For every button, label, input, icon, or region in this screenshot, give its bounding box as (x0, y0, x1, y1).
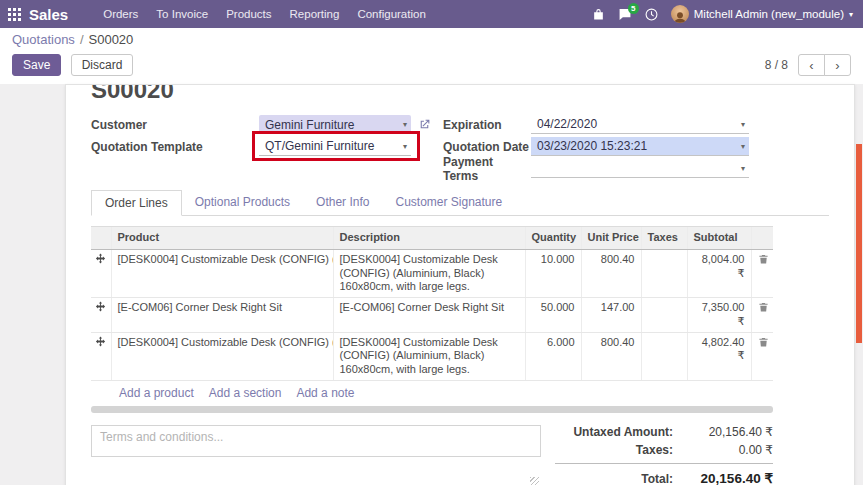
main-menu: Orders To Invoice Products Reporting Con… (94, 0, 435, 28)
pager-count: 8 / 8 (765, 58, 788, 72)
subtotal-cell: 8,004.00 ₹ (687, 249, 751, 297)
terms-input[interactable] (91, 425, 541, 457)
quotation-template-field[interactable]: QT/Gemini Furniture ▾ (259, 137, 411, 156)
user-menu[interactable]: Mitchell Admin (new_module) ▾ (671, 5, 853, 23)
quantity-cell[interactable]: 10.000 (525, 249, 581, 297)
tab-optional-products[interactable]: Optional Products (182, 190, 303, 215)
table-row[interactable]: [E-COM06] Corner Desk Right Sit [E-COM06… (91, 298, 773, 333)
table-row[interactable]: [DESK0004] Customizable Desk (CONFIG) (A… (91, 249, 773, 297)
pager-next-button[interactable]: › (824, 54, 851, 76)
breadcrumb-quotations[interactable]: Quotations (12, 32, 75, 47)
unit-price-cell[interactable]: 147.00 (581, 298, 641, 333)
taxes-column-header[interactable]: Taxes (641, 227, 687, 250)
quotation-date-value: 03/23/2020 15:23:21 (537, 139, 647, 153)
messages-icon[interactable]: 5 (618, 8, 632, 21)
totals-divider (555, 463, 773, 464)
add-product-link[interactable]: Add a product (119, 386, 194, 400)
chevron-down-icon: ▾ (741, 120, 745, 129)
chevron-right-icon: › (835, 58, 839, 73)
unit-price-cell[interactable]: 800.40 (581, 332, 641, 380)
taxes-cell[interactable] (641, 332, 687, 380)
customer-field[interactable]: Gemini Furniture ▾ (259, 115, 411, 134)
total-value: 20,156.40 ₹ (685, 470, 773, 485)
description-column-header[interactable]: Description (333, 227, 525, 250)
add-note-link[interactable]: Add a note (296, 386, 354, 400)
control-buttons: Save Discard (12, 54, 133, 76)
tab-order-lines[interactable]: Order Lines (91, 190, 182, 216)
quantity-column-header[interactable]: Quantity (525, 227, 581, 250)
untaxed-amount-value: 20,156.40 ₹ (685, 425, 773, 439)
horizontal-scrollbar[interactable] (91, 406, 773, 413)
subtotal-column-header[interactable]: Subtotal (687, 227, 751, 250)
navbar-systray: 5 Mitchell Admin (new_module) ▾ (592, 5, 853, 23)
add-section-link[interactable]: Add a section (209, 386, 282, 400)
form-view: S00020 Customer Gemini Furniture ▾ Quota… (0, 84, 863, 485)
unit-price-cell[interactable]: 800.40 (581, 249, 641, 297)
description-cell[interactable]: [DESK0004] Customizable Desk (CONFIG) (A… (333, 249, 525, 297)
drag-handle-icon[interactable] (95, 302, 106, 314)
product-cell[interactable]: [DESK0004] Customizable Desk (CONFIG) (A… (111, 332, 333, 380)
chevron-left-icon: ‹ (809, 58, 813, 73)
quotation-template-value: QT/Gemini Furniture (265, 139, 374, 153)
product-cell[interactable]: [E-COM06] Corner Desk Right Sit (111, 298, 333, 333)
user-name: Mitchell Admin (new_module) (694, 8, 844, 20)
chevron-down-icon: ▾ (403, 142, 407, 151)
totals-block: Untaxed Amount: 20,156.40 ₹ Taxes: 0.00 … (555, 425, 773, 485)
quantity-cell[interactable]: 6.000 (525, 332, 581, 380)
app-name[interactable]: Sales (29, 6, 68, 23)
table-row[interactable]: [DESK0004] Customizable Desk (CONFIG) (A… (91, 332, 773, 380)
breadcrumb-separator: / (80, 32, 84, 47)
taxes-cell[interactable] (641, 298, 687, 333)
apps-menu-icon[interactable] (8, 8, 21, 21)
pager-previous-button[interactable]: ‹ (798, 54, 825, 76)
save-button[interactable]: Save (12, 54, 61, 76)
customer-value: Gemini Furniture (265, 118, 354, 132)
quantity-cell[interactable]: 50.000 (525, 298, 581, 333)
delete-line-icon[interactable] (758, 255, 769, 267)
menu-to-invoice[interactable]: To Invoice (147, 0, 217, 28)
chevron-down-icon: ▾ (741, 142, 745, 151)
tab-other-info[interactable]: Other Info (303, 190, 382, 215)
quotation-template-label: Quotation Template (91, 140, 259, 154)
subtotal-cell: 7,350.00 ₹ (687, 298, 751, 333)
menu-products[interactable]: Products (217, 0, 280, 28)
quotation-date-label: Quotation Date (443, 140, 531, 154)
chevron-down-icon: ▾ (849, 10, 853, 19)
discard-button[interactable]: Discard (71, 54, 134, 76)
product-cell[interactable]: [DESK0004] Customizable Desk (CONFIG) (A… (111, 249, 333, 297)
right-edge-red-marker (856, 144, 862, 343)
table-header-row: Product Description Quantity Unit Price … (91, 227, 773, 250)
avatar (671, 5, 689, 23)
form-sheet: S00020 Customer Gemini Furniture ▾ Quota… (65, 84, 855, 485)
tab-customer-signature[interactable]: Customer Signature (382, 190, 515, 215)
expiration-field[interactable]: 04/22/2020 ▾ (531, 115, 749, 134)
activity-clock-icon[interactable] (645, 8, 658, 21)
description-cell[interactable]: [DESK0004] Customizable Desk (CONFIG) (A… (333, 332, 525, 380)
delete-line-icon[interactable] (758, 303, 769, 315)
top-navbar: Sales Orders To Invoice Products Reporti… (0, 0, 863, 28)
breadcrumb-current: S00020 (89, 32, 134, 47)
notebook-tabs: Order Lines Optional Products Other Info… (91, 190, 829, 216)
expiration-label: Expiration (443, 118, 531, 132)
taxes-cell[interactable] (641, 249, 687, 297)
menu-configuration[interactable]: Configuration (348, 0, 434, 28)
drag-handle-icon[interactable] (95, 337, 106, 349)
bag-icon[interactable] (592, 8, 605, 21)
subtotal-cell: 4,802.40 ₹ (687, 332, 751, 380)
chevron-down-icon: ▾ (403, 120, 407, 129)
menu-orders[interactable]: Orders (94, 0, 147, 28)
control-panel: Save Discard 8 / 8 ‹ › (0, 51, 863, 84)
external-link-icon[interactable] (418, 118, 431, 131)
messages-badge: 5 (628, 3, 639, 14)
expiration-value: 04/22/2020 (537, 117, 597, 131)
resize-handle[interactable] (530, 477, 539, 485)
description-cell[interactable]: [E-COM06] Corner Desk Right Sit (333, 298, 525, 333)
delete-line-icon[interactable] (758, 338, 769, 350)
drag-handle-icon[interactable] (95, 254, 106, 266)
unit-price-column-header[interactable]: Unit Price (581, 227, 641, 250)
product-column-header[interactable]: Product (111, 227, 333, 250)
payment-terms-field[interactable]: ▾ (531, 159, 749, 178)
order-lines-table: Product Description Quantity Unit Price … (91, 226, 773, 381)
menu-reporting[interactable]: Reporting (281, 0, 349, 28)
quotation-date-field[interactable]: 03/23/2020 15:23:21 ▾ (531, 137, 749, 156)
